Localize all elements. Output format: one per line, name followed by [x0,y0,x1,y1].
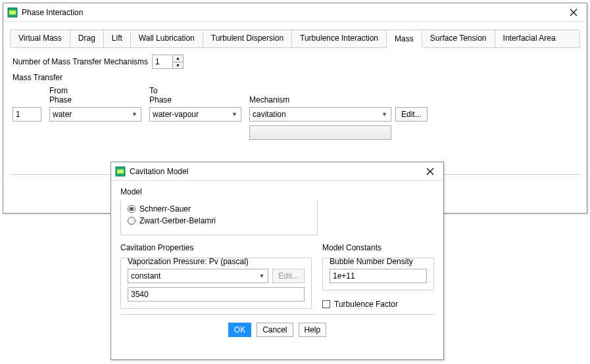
spinner-down[interactable]: ▼ [173,62,183,69]
checkbox-icon [322,300,330,308]
app-icon [7,7,18,18]
tab-bar: Virtual Mass Drag Lift Wall Lubrication … [10,30,580,48]
tab-drag[interactable]: Drag [70,30,104,47]
pv-edit-button: Edit... [272,269,305,283]
header-to-2: Phase [149,95,241,104]
from-phase-dropdown[interactable]: water ▼ [49,107,141,122]
header-from-2: Phase [49,95,141,104]
bubble-label: Bubble Number Density [330,257,427,266]
cavitation-model-dialog: Cavitation Model Model Schnerr-Sauer Zwa… [111,162,444,360]
svg-rect-3 [117,170,124,173]
mass-panel: Number of Mass Transfer Mechanisms ▲ ▼ M… [3,48,587,147]
mechanism-edit-button[interactable]: Edit... [395,107,428,122]
checkbox-label: Turbulence Factor [334,300,398,309]
header-mechanism: Mechanism [249,95,391,104]
pv-mode-dropdown[interactable]: constant ▼ [128,269,268,283]
tab-turbulence-interaction[interactable]: Turbulence Interaction [292,30,387,47]
close-button[interactable] [564,3,583,22]
tab-lift[interactable]: Lift [104,30,131,47]
from-phase-value: water [53,110,72,119]
chevron-down-icon: ▼ [380,111,389,118]
to-phase-value: water-vapour [153,110,199,119]
radio-icon [128,217,135,225]
tab-surface-tension[interactable]: Surface Tension [422,30,495,47]
pv-label: Vaporization Pressure: Pv (pascal) [128,257,305,266]
mechanism-value: cavitation [253,110,286,119]
radio-label: Zwart-Gerber-Belamri [139,216,216,225]
chevron-down-icon: ▼ [257,273,266,279]
tab-virtual-mass[interactable]: Virtual Mass [11,30,70,47]
pv-value-input[interactable] [128,287,305,302]
radio-zwart-gerber-belamri[interactable]: Zwart-Gerber-Belamri [128,216,310,225]
radio-schnerr-sauer[interactable]: Schnerr-Sauer [128,204,310,214]
bubble-value-input[interactable] [330,269,427,283]
chevron-down-icon: ▼ [230,111,239,118]
ok-button[interactable]: OK [228,323,251,337]
tab-turbulent-dispersion[interactable]: Turbulent Dispersion [203,30,292,47]
close-button[interactable] [421,162,439,181]
help-button[interactable]: Help [299,323,327,337]
pv-mode-value: constant [131,271,160,281]
mechanism-dropdown[interactable]: cavitation ▼ [249,107,391,122]
model-constants-label: Model Constants [322,243,434,252]
mechanism-secondary-slot [249,125,391,140]
spinner-up[interactable]: ▲ [173,55,183,62]
radio-icon [128,205,135,213]
tab-wall-lubrication[interactable]: Wall Lubrication [131,30,203,47]
num-mechanisms-input[interactable] [152,55,173,69]
model-label: Model [120,187,434,196]
cancel-button[interactable]: Cancel [257,323,293,337]
cavitation-properties-label: Cavitation Properties [120,243,312,252]
titlebar: Phase Interaction [3,3,587,22]
chevron-down-icon: ▼ [130,111,139,118]
header-from-1: From [49,86,141,95]
titlebar: Cavitation Model [111,162,443,181]
mass-transfer-label: Mass Transfer [12,73,578,82]
radio-label: Schnerr-Sauer [139,204,191,214]
header-to-1: To [149,86,241,95]
num-mechanisms-label: Number of Mass Transfer Mechanisms [12,57,148,66]
num-mechanisms-spinner[interactable]: ▲ ▼ [152,55,184,69]
tab-mass[interactable]: Mass [387,31,422,48]
dialog-title: Phase Interaction [22,8,564,17]
svg-rect-1 [9,11,16,14]
app-icon [115,166,126,177]
row-index: 1 [12,107,41,122]
to-phase-dropdown[interactable]: water-vapour ▼ [149,107,241,122]
turbulence-factor-checkbox[interactable]: Turbulence Factor [322,300,434,309]
divider [120,314,434,315]
dialog-title: Cavitation Model [130,167,421,176]
tab-interfacial-area[interactable]: Interfacial Area [495,30,579,47]
